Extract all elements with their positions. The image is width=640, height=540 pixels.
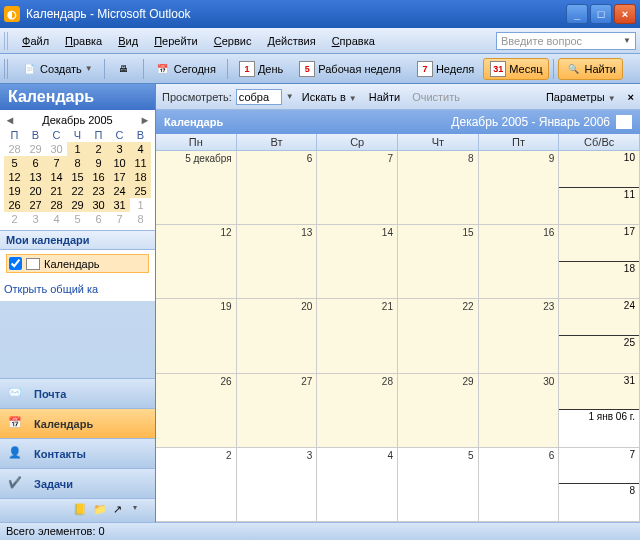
find-input[interactable] bbox=[236, 89, 282, 105]
day-cell[interactable]: 5 декабря bbox=[156, 151, 237, 224]
sun-cell[interactable]: 18 bbox=[559, 262, 639, 299]
sun-cell[interactable]: 11 bbox=[559, 188, 639, 225]
dp-day[interactable]: 28 bbox=[46, 198, 67, 212]
day-cell[interactable]: 8 bbox=[398, 151, 479, 224]
print-button[interactable]: 🖶 bbox=[109, 58, 139, 80]
day-cell[interactable]: 6 bbox=[479, 448, 560, 521]
help-search[interactable]: Введите вопрос ▼ bbox=[496, 32, 636, 50]
week-view-button[interactable]: 7Неделя bbox=[410, 58, 481, 80]
dp-day[interactable]: 6 bbox=[88, 212, 109, 226]
prev-month-button[interactable]: ◄ bbox=[4, 114, 16, 126]
shortcut-icon[interactable]: ↗ bbox=[113, 503, 129, 519]
calendar-icon[interactable] bbox=[616, 115, 632, 129]
menu-tools[interactable]: Сервис bbox=[206, 32, 260, 50]
next-month-button[interactable]: ► bbox=[139, 114, 151, 126]
day-cell[interactable]: 12 bbox=[156, 225, 237, 298]
day-cell[interactable]: 16 bbox=[479, 225, 560, 298]
options-button[interactable]: Параметры ▼ bbox=[542, 89, 620, 105]
menu-help[interactable]: Справка bbox=[324, 32, 383, 50]
dp-day[interactable]: 31 bbox=[109, 198, 130, 212]
month-view-button[interactable]: 31Месяц bbox=[483, 58, 549, 80]
dp-day[interactable]: 3 bbox=[25, 212, 46, 226]
sun-cell[interactable]: 8 bbox=[559, 484, 639, 521]
menu-actions[interactable]: Действия bbox=[259, 32, 323, 50]
open-shared-link[interactable]: Открыть общий ка bbox=[0, 277, 155, 301]
day-cell[interactable]: 26 bbox=[156, 374, 237, 447]
dp-day[interactable]: 19 bbox=[4, 184, 25, 198]
dp-day[interactable]: 25 bbox=[130, 184, 151, 198]
dp-day[interactable]: 27 bbox=[25, 198, 46, 212]
day-cell[interactable]: 2 bbox=[156, 448, 237, 521]
dp-day[interactable]: 7 bbox=[109, 212, 130, 226]
notes-icon[interactable]: 📒 bbox=[73, 503, 89, 519]
dp-day[interactable]: 17 bbox=[109, 170, 130, 184]
dp-day[interactable]: 7 bbox=[46, 156, 67, 170]
day-cell[interactable]: 28 bbox=[317, 374, 398, 447]
dp-day[interactable]: 10 bbox=[109, 156, 130, 170]
find-now-button[interactable]: Найти bbox=[365, 89, 404, 105]
sat-cell[interactable]: 10 bbox=[559, 151, 639, 188]
dp-day[interactable]: 15 bbox=[67, 170, 88, 184]
day-view-button[interactable]: 1День bbox=[232, 58, 290, 80]
dp-day[interactable]: 29 bbox=[25, 142, 46, 156]
sun-cell[interactable]: 1 янв 06 г. bbox=[559, 410, 639, 447]
menu-go[interactable]: Перейти bbox=[146, 32, 206, 50]
day-cell[interactable]: 4 bbox=[317, 448, 398, 521]
day-cell[interactable]: 6 bbox=[237, 151, 318, 224]
dp-day[interactable]: 14 bbox=[46, 170, 67, 184]
sat-cell[interactable]: 24 bbox=[559, 299, 639, 336]
day-cell[interactable]: 13 bbox=[237, 225, 318, 298]
create-button[interactable]: 📄 Создать ▼ bbox=[14, 58, 100, 80]
day-cell[interactable]: 30 bbox=[479, 374, 560, 447]
dp-day[interactable]: 8 bbox=[67, 156, 88, 170]
dp-day[interactable]: 16 bbox=[88, 170, 109, 184]
calendar-item[interactable]: Календарь bbox=[6, 254, 149, 273]
my-calendars-header[interactable]: Мои календари bbox=[0, 230, 155, 250]
dp-day[interactable]: 22 bbox=[67, 184, 88, 198]
search-in-button[interactable]: Искать в ▼ bbox=[298, 89, 361, 105]
dp-day[interactable]: 4 bbox=[130, 142, 151, 156]
day-cell[interactable]: 3 bbox=[237, 448, 318, 521]
dp-day[interactable]: 5 bbox=[4, 156, 25, 170]
workweek-view-button[interactable]: 5Рабочая неделя bbox=[292, 58, 408, 80]
dp-day[interactable]: 1 bbox=[67, 142, 88, 156]
maximize-button[interactable]: □ bbox=[590, 4, 612, 24]
sat-cell[interactable]: 31 bbox=[559, 374, 639, 411]
dp-day[interactable]: 1 bbox=[130, 198, 151, 212]
dp-day[interactable]: 26 bbox=[4, 198, 25, 212]
menu-file[interactable]: Файл bbox=[14, 32, 57, 50]
dp-day[interactable]: 4 bbox=[46, 212, 67, 226]
nav-mail[interactable]: ✉️Почта bbox=[0, 378, 155, 408]
nav-calendar[interactable]: 📅Календарь bbox=[0, 408, 155, 438]
dp-day[interactable]: 28 bbox=[4, 142, 25, 156]
close-findbar-button[interactable]: × bbox=[628, 91, 634, 103]
dp-day[interactable]: 6 bbox=[25, 156, 46, 170]
configure-buttons[interactable]: ▾ bbox=[133, 503, 149, 519]
day-cell[interactable]: 22 bbox=[398, 299, 479, 372]
nav-tasks[interactable]: ✔️Задачи bbox=[0, 468, 155, 498]
dp-day[interactable]: 18 bbox=[130, 170, 151, 184]
day-cell[interactable]: 21 bbox=[317, 299, 398, 372]
dp-day[interactable]: 8 bbox=[130, 212, 151, 226]
day-cell[interactable]: 9 bbox=[479, 151, 560, 224]
dp-day[interactable]: 12 bbox=[4, 170, 25, 184]
menu-view[interactable]: Вид bbox=[110, 32, 146, 50]
dp-day[interactable]: 29 bbox=[67, 198, 88, 212]
day-cell[interactable]: 27 bbox=[237, 374, 318, 447]
menu-edit[interactable]: Правка bbox=[57, 32, 110, 50]
dp-day[interactable]: 11 bbox=[130, 156, 151, 170]
dp-day[interactable]: 20 bbox=[25, 184, 46, 198]
folder-icon[interactable]: 📁 bbox=[93, 503, 109, 519]
dp-day[interactable]: 3 bbox=[109, 142, 130, 156]
dp-day[interactable]: 30 bbox=[46, 142, 67, 156]
dp-day[interactable]: 5 bbox=[67, 212, 88, 226]
sun-cell[interactable]: 25 bbox=[559, 336, 639, 373]
nav-contacts[interactable]: 👤Контакты bbox=[0, 438, 155, 468]
day-cell[interactable]: 7 bbox=[317, 151, 398, 224]
dp-day[interactable]: 21 bbox=[46, 184, 67, 198]
day-cell[interactable]: 20 bbox=[237, 299, 318, 372]
sat-cell[interactable]: 17 bbox=[559, 225, 639, 262]
day-cell[interactable]: 23 bbox=[479, 299, 560, 372]
today-button[interactable]: 📅 Сегодня bbox=[148, 58, 223, 80]
dp-day[interactable]: 2 bbox=[4, 212, 25, 226]
